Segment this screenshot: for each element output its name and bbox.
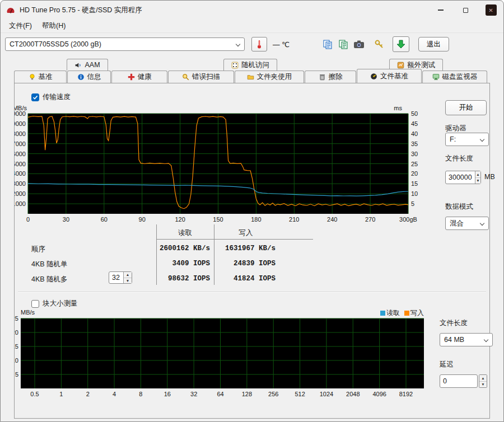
data-mode-select[interactable]: 混合 [445,217,489,230]
drive-label: 驱动器 [445,124,466,133]
svg-text:8: 8 [139,391,142,397]
maximize-button[interactable] [453,1,478,20]
svg-text:32: 32 [190,391,197,397]
tab-aam[interactable]: AAM [67,59,108,71]
tab-info[interactable]: 信息 [67,71,111,83]
chevron-down-icon [480,137,484,142]
thermometer-button[interactable] [251,37,267,51]
tab-erase[interactable]: 擦除 [305,71,356,83]
write-4k-multi-value: 41824 IOPS [214,275,276,283]
table-header-rule [156,239,313,240]
register-button[interactable] [371,37,387,51]
speaker-icon [74,62,82,69]
save-results-button[interactable] [393,36,409,52]
write-color-swatch [404,311,409,316]
svg-text:25: 25 [411,161,418,167]
maximize-icon [463,8,468,13]
copy-text-button[interactable] [335,37,351,51]
svg-text:40: 40 [411,130,418,137]
tab-file-benchmark[interactable]: 文件基准 [357,69,422,83]
menu-item-file[interactable]: 文件(F) [4,20,37,32]
keys-icon [374,39,384,49]
data-mode-label: 数据模式 [445,202,473,212]
spin-down-button[interactable]: ▼ [124,278,132,284]
spin-down-button[interactable]: ▼ [475,177,480,184]
section-separator [18,292,486,293]
titlebar: HD Tune Pro 5.75 - 硬盘/SSD 实用程序 ✕ [1,1,503,20]
exit-button[interactable]: 退出 [418,37,449,51]
transfer-speed-chart: 0000900080007000600050004000300020001000… [15,105,432,225]
svg-text:25: 25 [15,315,18,322]
close-button[interactable]: ✕ [478,1,503,20]
svg-text:10: 10 [411,190,418,197]
block-file-length-label: 文件长度 [440,318,468,328]
copy-text-icon [338,39,348,49]
svg-text:20: 20 [15,329,18,336]
svg-text:15: 15 [15,343,18,350]
block-file-length-select[interactable]: 64 MB [440,333,493,346]
temperature-value: — ℃ [273,40,290,49]
dice-icon [231,62,239,69]
delay-label: 延迟 [440,360,454,369]
folder-icon [247,73,254,81]
chevron-down-icon [484,337,488,342]
spin-up-button[interactable]: ▲ [124,272,132,278]
transfer-speed-checkbox[interactable]: 传输速度 [31,92,71,102]
svg-text:0.5: 0.5 [30,391,39,397]
svg-text:5: 5 [411,200,414,207]
svg-text:15: 15 [411,180,418,187]
minimize-button[interactable] [428,1,453,20]
tab-health[interactable]: 健康 [111,71,167,83]
block-size-checkbox[interactable]: 块大小测量 [31,299,78,308]
row-label-sequential: 顺序 [31,245,45,254]
svg-text:0: 0 [26,216,30,223]
checkbox-checked-icon [31,93,39,101]
tab-benchmark[interactable]: 基准 [14,71,67,83]
screenshot-button[interactable] [351,37,367,51]
svg-text:1000: 1000 [15,200,26,207]
row-label-4k-single: 4KB 随机单 [31,260,68,269]
device-select[interactable]: CT2000T705SSD5 (2000 gB) [5,37,245,51]
tab-disk-monitor[interactable]: 磁盘监视器 [422,71,487,83]
svg-text:2000: 2000 [15,190,26,197]
queue-depth-spinner[interactable]: 32 ▲ ▼ [109,271,132,284]
legend-write: 写入 [404,308,424,318]
col-header-read: 读取 [156,228,214,238]
copy-image-button[interactable] [320,37,335,51]
svg-text:90: 90 [139,216,146,223]
svg-text:256: 256 [268,391,278,397]
file-length-label: 文件长度 [445,154,473,163]
svg-text:1: 1 [59,391,63,397]
delay-spinner[interactable]: 0 ▲ ▼ [440,374,487,388]
svg-text:45: 45 [411,120,418,127]
spin-down-button[interactable]: ▼ [479,381,487,388]
tab-folder-usage[interactable]: 文件夹使用 [235,71,304,83]
start-button[interactable]: 开始 [445,100,487,115]
tab-error-scan[interactable]: 错误扫描 [168,71,234,83]
svg-text:35: 35 [411,140,418,147]
file-length-spinner[interactable]: 300000 ▲ ▼ [445,171,481,184]
svg-text:6000: 6000 [15,151,26,157]
close-icon: ✕ [486,4,497,16]
svg-text:4096: 4096 [372,391,386,397]
svg-text:4: 4 [113,391,116,397]
extra-tests-icon [397,62,404,69]
spin-up-button[interactable]: ▲ [479,375,487,381]
svg-text:120: 120 [175,216,185,223]
col-header-write: 写入 [214,228,278,238]
spin-up-button[interactable]: ▲ [475,171,480,177]
thermometer-icon [255,39,263,49]
block-size-chart: 2520151050.51248163264128256512102420484… [15,310,432,402]
copy-image-icon [323,39,333,49]
svg-text:1024: 1024 [320,391,333,397]
chevron-down-icon [480,221,484,226]
drive-select[interactable]: F: [445,133,489,146]
svg-text:30: 30 [411,151,418,157]
svg-text:7000: 7000 [15,140,26,147]
svg-text:5000: 5000 [15,161,26,167]
tab-random-access[interactable]: 随机访问 [223,59,277,71]
menu-item-help[interactable]: 帮助(H) [37,20,71,32]
window-title: HD Tune Pro 5.75 - 硬盘/SSD 实用程序 [20,6,142,15]
read-4k-multi-value: 98632 IOPS [156,275,210,283]
svg-text:270: 270 [365,216,375,223]
